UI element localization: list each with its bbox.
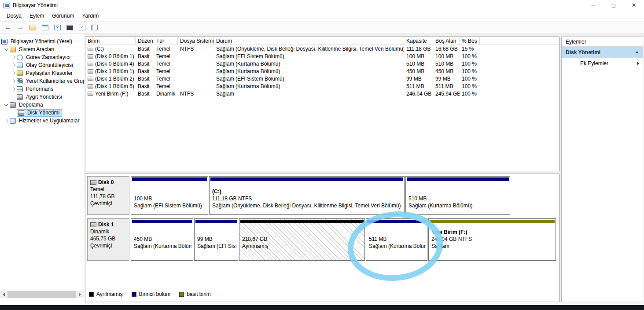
- vol-cell: [178, 67, 214, 75]
- partition-disk0-recovery[interactable]: 510 MB Sağlam (Kurtarma Bölümü): [405, 176, 510, 215]
- legend-primary: Birincil bölüm: [132, 291, 170, 297]
- help-button[interactable]: ?: [52, 22, 63, 32]
- partition-size-label: 450 MB: [134, 236, 191, 243]
- sidebar-item-disk-yonetimi[interactable]: Disk Yönetimi: [0, 109, 84, 117]
- console-button[interactable]: [64, 22, 75, 32]
- vol-cell: 510 MB: [404, 60, 433, 67]
- partition-disk1-efi[interactable]: 99 MB Sağlam (EFI Sistem Bölümü): [194, 218, 238, 261]
- sidebar-item-hizmetler[interactable]: Hizmetler ve Uygulamalar: [0, 117, 84, 125]
- partition-disk1-recovery1[interactable]: 450 MB Sağlam (Kurtarma Bölümü): [131, 218, 193, 261]
- vol-cell: 111,18 GB: [404, 45, 433, 52]
- menu-yardim[interactable]: Yardım: [78, 11, 103, 20]
- vol-cell: [178, 60, 214, 67]
- table-row[interactable]: (Disk 1 Bölüm 5) Basit Temel Sağlam (Kur…: [85, 82, 559, 90]
- partition-status-label: Sağlam (Kurtarma Bölümü): [408, 202, 508, 209]
- partition-size-label: 99 MB: [197, 236, 236, 243]
- table-row[interactable]: (Disk 0 Bölüm 4) Basit Temel Sağlam (Kur…: [85, 60, 559, 67]
- panel-button[interactable]: [89, 22, 99, 32]
- disk-management-icon: [18, 110, 24, 116]
- window-title: Bilgisayar Yönetimi: [13, 2, 58, 8]
- forward-button[interactable]: →: [15, 22, 26, 32]
- column-header-yuzde-bos[interactable]: % Boş: [460, 37, 480, 44]
- column-header-duzen[interactable]: Düzen: [136, 37, 154, 44]
- partition-disk0-efi[interactable]: 100 MB Sağlam (EFI Sistem Bölümü): [131, 176, 208, 215]
- partition-disk1-recovery2[interactable]: 511 MB Sağlam (Kurtarma Bölümü): [366, 218, 427, 261]
- menu-dosya[interactable]: Dosya: [3, 11, 26, 20]
- pane-splitter[interactable]: [85, 171, 559, 174]
- chevron-right-icon[interactable]: [11, 54, 17, 60]
- vol-cell: 100 MB: [404, 52, 433, 60]
- disk1-header[interactable]: Disk 1 Dinamik 465,75 GB Çevrimiçi: [87, 218, 129, 261]
- chevron-right-icon[interactable]: [11, 62, 17, 68]
- sidebar-item-sistem-araclari[interactable]: Sistem Araçları: [0, 45, 84, 53]
- vol-cell: NTFS: [178, 90, 214, 97]
- menu-eylem[interactable]: Eylem: [26, 11, 48, 20]
- volume-icon: [88, 47, 93, 51]
- action-ek-eylemler[interactable]: Ek Eylemler: [562, 58, 643, 69]
- sidebar-item-performans[interactable]: Performans: [0, 85, 84, 93]
- column-header-dosya-sistemi[interactable]: Dosya Sistemi: [178, 37, 214, 44]
- partition-disk1-unallocated[interactable]: 218,67 GB Ayrılmamış: [239, 218, 365, 261]
- horizontal-scrollbar[interactable]: [0, 291, 84, 298]
- maximize-button[interactable]: □: [604, 0, 624, 11]
- column-header-kapasite[interactable]: Kapasite: [404, 37, 433, 44]
- column-header-birim[interactable]: Birim: [85, 37, 136, 44]
- close-button[interactable]: ×: [624, 0, 644, 11]
- legend-unallocated: Ayrılmamış: [89, 291, 123, 297]
- chevron-down-icon[interactable]: [4, 46, 10, 52]
- sidebar-item-aygit-yoneticisi[interactable]: Aygıt Yöneticisi: [0, 93, 84, 101]
- table-row[interactable]: (Disk 1 Bölüm 2) Basit Temel Sağlam (EFI…: [85, 75, 559, 82]
- sidebar-item-label: Bilgisayar Yönetimi (Yerel): [9, 38, 74, 44]
- show-tree-button[interactable]: [40, 22, 50, 32]
- collapse-icon[interactable]: [635, 51, 639, 53]
- menu-gorunum[interactable]: Görünüm: [48, 11, 78, 20]
- vol-cell: Sağlam (Önyükleme, Disk Belleği Dosyası,…: [214, 45, 404, 52]
- partition-disk0-c[interactable]: (C:) 111,18 GB NTFS Sağlam (Önyükleme, D…: [209, 176, 405, 215]
- table-row[interactable]: Yeni Birim (F:) Basit Dinamik NTFS Sağla…: [85, 90, 559, 97]
- vol-cell: (Disk 1 Bölüm 5): [85, 82, 136, 90]
- table-row[interactable]: (Disk 1 Bölüm 1) Basit Temel Sağlam (Kur…: [85, 67, 559, 75]
- check-button[interactable]: ✓: [77, 22, 87, 32]
- vol-cell: Temel: [154, 75, 178, 82]
- column-header-bos-alan[interactable]: Boş Alan: [433, 37, 460, 44]
- disk0-row: Disk 0 Temel 111,78 GB Çevrimiçi 100 MB …: [87, 176, 557, 215]
- vol-cell: Basit: [136, 45, 154, 52]
- action-disk-yonetimi[interactable]: Disk Yönetimi: [562, 47, 643, 58]
- disk-icon: [90, 222, 96, 227]
- vol-cell: 100 %: [460, 60, 480, 67]
- sidebar-item-bilgisayar-yonetimi[interactable]: Bilgisayar Yönetimi (Yerel): [0, 37, 84, 45]
- system-tools-icon: [10, 47, 16, 52]
- chevron-right-icon[interactable]: [11, 70, 17, 76]
- vol-cell: Temel: [154, 52, 178, 60]
- minimize-button[interactable]: ─: [583, 0, 604, 11]
- column-header-durum[interactable]: Durum: [214, 37, 404, 44]
- vol-cell: Dinamik: [154, 90, 178, 97]
- toolbar: ← → ? ✓: [0, 21, 644, 33]
- scroll-right-icon[interactable]: [76, 291, 84, 298]
- chevron-right-icon[interactable]: [11, 86, 17, 92]
- column-header-tur[interactable]: Tür: [154, 37, 178, 44]
- legend-unallocated-swatch: [89, 292, 94, 297]
- back-button[interactable]: ←: [3, 22, 13, 32]
- computer-management-window: Bilgisayar Yönetimi ─ □ × Dosya Eylem Gö…: [0, 0, 644, 304]
- partition-size-label: 218,67 GB: [242, 236, 363, 243]
- title-bar: Bilgisayar Yönetimi ─ □ ×: [0, 0, 644, 11]
- chevron-right-icon[interactable]: [4, 118, 10, 124]
- vol-cell: Basit: [136, 90, 154, 97]
- chevron-down-icon[interactable]: [4, 102, 10, 108]
- sidebar-item-olay-goruntuleyicisi[interactable]: Olay Görüntüleyicisi: [0, 61, 84, 69]
- disk0-header[interactable]: Disk 0 Temel 111,78 GB Çevrimiçi: [87, 176, 129, 215]
- scroll-left-icon[interactable]: [0, 291, 7, 298]
- chevron-right-icon[interactable]: [11, 78, 17, 84]
- up-level-button[interactable]: [27, 22, 38, 32]
- sidebar-item-depolama[interactable]: Depolama: [0, 101, 84, 109]
- sidebar-item-gorev-zamanlayici[interactable]: Görev Zamanlayıcı: [0, 53, 84, 61]
- table-row[interactable]: (Disk 0 Bölüm 1) Basit Temel Sağlam (EFI…: [85, 52, 559, 60]
- partition-disk1-yeni-birim-f[interactable]: Yeni Birim (F:) 246,04 GB NTFS Sağlam: [428, 218, 556, 261]
- partition-status-label: Sağlam (Kurtarma Bölümü): [134, 243, 191, 250]
- sidebar-item-yerel-kullanicilar[interactable]: Yerel Kullanıcılar ve Gruplar: [0, 77, 84, 85]
- sidebar-item-paylasilan-klasorler[interactable]: Paylaşılan Klasörler: [0, 69, 84, 77]
- table-row[interactable]: (C:) Basit Temel NTFS Sağlam (Önyükleme,…: [85, 45, 559, 52]
- disk-type: Dinamik: [90, 228, 126, 235]
- scrollbar-thumb[interactable]: [7, 291, 76, 298]
